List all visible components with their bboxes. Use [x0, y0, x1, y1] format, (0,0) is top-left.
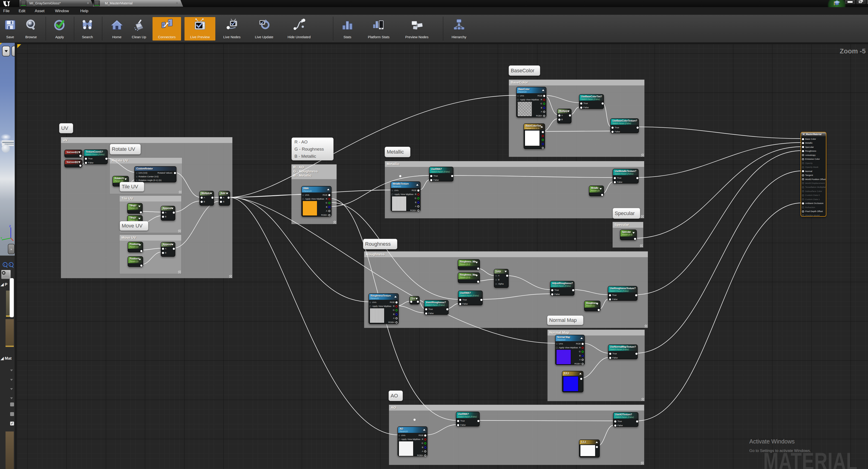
- svg-text:i: i: [4, 263, 5, 266]
- svg-text:i: i: [10, 263, 11, 266]
- svg-text:Y: Y: [0, 237, 2, 239]
- svg-text:Z: Z: [9, 225, 11, 228]
